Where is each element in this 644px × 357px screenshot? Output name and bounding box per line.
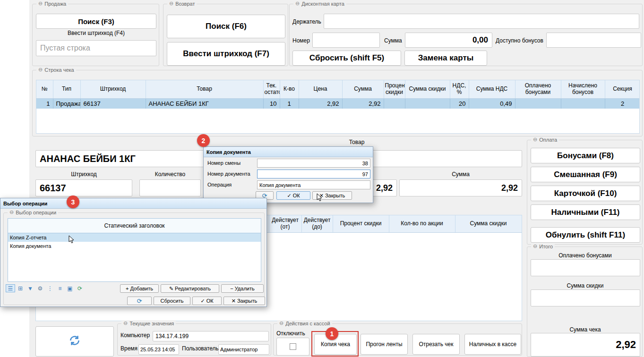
time-label: Время <box>120 345 137 352</box>
refund-panel: ⊖Возврат Поиск (F6) Ввести штрихкод (F7) <box>163 4 288 66</box>
cell-discount-pct[interactable] <box>384 98 405 109</box>
col-vat-pct: НДС, % <box>450 80 469 98</box>
copy-dialog-titlebar[interactable]: Копия документа <box>204 147 373 157</box>
pay-cash-button[interactable]: Наличными (F11) <box>531 204 640 220</box>
list-view-icon[interactable]: ☰ <box>6 284 15 292</box>
discount-sum-field[interactable] <box>531 289 640 306</box>
close-button-label: Закрыть <box>325 193 345 198</box>
sort-icon[interactable]: ≡ <box>55 284 65 292</box>
cell-number[interactable]: 1 <box>36 98 53 109</box>
doc-number-field[interactable] <box>257 170 370 178</box>
numbered-list-icon[interactable]: ⋮ <box>45 284 55 292</box>
operation-item-copy-document[interactable]: Копия документа <box>8 242 261 250</box>
operation-list-header[interactable]: Статический заголовок <box>8 219 261 233</box>
operation-reset-button[interactable]: Сбросить <box>154 297 190 305</box>
copy-document-dialog: Копия документа Номер смены Номер докуме… <box>203 146 373 203</box>
collapse-icon[interactable]: ⊖ <box>169 0 173 7</box>
cell-type[interactable]: Продажа <box>53 98 80 109</box>
pay-mixed-button[interactable]: Смешанная (F9) <box>531 167 640 182</box>
refund-search-button[interactable]: Поиск (F6) <box>167 15 285 38</box>
collapse-icon[interactable]: ⊖ <box>279 320 283 326</box>
pay-bonus-button[interactable]: Бонусами (F8) <box>531 148 640 163</box>
card-reset-button[interactable]: Сбросить (shift F5) <box>292 51 401 66</box>
cell-price[interactable]: 2,92 <box>299 98 342 109</box>
collapse-icon[interactable]: ⊖ <box>295 0 300 7</box>
collapse-icon[interactable]: ⊖ <box>533 243 537 249</box>
sale-barcode-input[interactable] <box>36 40 156 56</box>
cell-qty[interactable]: 1 <box>280 98 299 109</box>
cell-sum[interactable]: 2,92 <box>342 98 384 109</box>
cell-vat-sum[interactable]: 0,49 <box>469 98 515 109</box>
cash-in-drawer-button[interactable]: Наличных в кассе <box>464 334 521 355</box>
user-field[interactable] <box>218 344 269 355</box>
collapse-icon[interactable]: ⊖ <box>38 0 43 7</box>
pay-reset-button[interactable]: Обнулить (shift F11) <box>531 227 640 243</box>
filter-icon[interactable]: ▼ <box>26 284 35 292</box>
refund-barcode-button[interactable]: Ввести штрихкод (F7) <box>167 42 285 66</box>
shift-number-field[interactable] <box>257 159 370 168</box>
feed-tape-button[interactable]: Прогон ленты <box>361 334 408 355</box>
copy-dialog-ok-button[interactable]: ✓ОК <box>276 191 310 200</box>
operation-refresh-button[interactable]: ⟳ <box>127 297 152 305</box>
receipt-line-legend: ⊖Строка чека <box>36 67 76 73</box>
cell-vat-pct[interactable]: 20 <box>450 98 469 109</box>
product-barcode-field[interactable] <box>35 179 132 196</box>
card-number-input[interactable] <box>312 33 380 48</box>
paid-bonus-label: Оплачено бонусами <box>527 252 643 259</box>
collapse-icon[interactable]: ⊖ <box>533 136 537 143</box>
pay-card-button[interactable]: Карточкой (F10) <box>531 186 640 201</box>
product-section-label: Товар <box>331 139 383 145</box>
cell-accrued-bonus[interactable] <box>561 98 605 109</box>
sale-search-button[interactable]: Поиск (F3) <box>36 14 156 29</box>
cell-paid-bonus[interactable] <box>515 98 561 109</box>
current-values-panel: ⊖Текущие значения Компьютер Время Пользо… <box>117 323 271 356</box>
card-sum-input[interactable] <box>405 33 492 48</box>
card-replace-button[interactable]: Замена карты <box>404 51 487 66</box>
computer-field[interactable] <box>153 331 269 341</box>
operation-dialog-title: Выбор операции <box>3 201 47 206</box>
cell-section[interactable]: 2 <box>605 98 640 109</box>
product-sum-field[interactable] <box>399 179 522 196</box>
promo-col-discount-pct: Процент скидки <box>333 215 389 232</box>
collapse-icon[interactable]: ⊖ <box>123 320 128 326</box>
operation-item-copy-z-report[interactable]: Копия Z-отчета <box>8 233 261 242</box>
grid-view-icon[interactable]: ⊞ <box>16 284 25 292</box>
receipt-row[interactable]: 1 Продажа 66137 АНАНАС БЕЙБИ 1КГ 10 1 2,… <box>36 98 640 109</box>
check-icon: ✓ <box>287 193 291 199</box>
product-barcode-label: Штрихкод <box>35 171 132 178</box>
refresh-icon: ⟳ <box>137 298 142 305</box>
product-quantity-field[interactable] <box>139 179 201 196</box>
cell-discount-sum[interactable] <box>405 98 450 109</box>
disable-fr-checkbox[interactable] <box>290 343 296 350</box>
cell-barcode[interactable]: 66137 <box>80 98 146 109</box>
edit-button[interactable]: ✎Редактировать <box>161 284 219 293</box>
annotation-step-3: 3 <box>67 196 79 208</box>
loop-refresh-icon[interactable]: ⟳ <box>75 284 85 292</box>
gear-icon[interactable]: ⚙ <box>35 284 45 292</box>
operation-dialog-titlebar[interactable]: Выбор операции <box>0 198 266 209</box>
annotation-step-1: 1 <box>326 327 338 340</box>
available-bonus-input[interactable] <box>546 33 641 48</box>
add-button[interactable]: +Добавить <box>120 284 159 293</box>
time-field[interactable] <box>138 344 179 355</box>
cell-stock[interactable]: 10 <box>263 98 280 109</box>
sale-panel: ⊖Продажа Поиск (F3) Ввести штрихкод (F4) <box>32 4 159 66</box>
cell-product[interactable]: АНАНАС БЕЙБИ 1КГ <box>146 98 263 109</box>
receipt-table: № Тип Штрихкод Товар Тек. остаток К-во Ц… <box>36 80 640 109</box>
col-barcode: Штрихкод <box>80 80 146 98</box>
operation-ok-button[interactable]: ✓ОК <box>192 297 222 305</box>
col-sum: Сумма <box>342 80 384 98</box>
paid-bonus-field[interactable] <box>531 259 640 276</box>
promo-col-discount-sum: Сумма скидки <box>455 215 522 232</box>
operation-close-button[interactable]: ✕Закрыть <box>223 297 265 305</box>
cut-receipt-button[interactable]: Отрезать чек <box>412 334 460 355</box>
operation-field[interactable] <box>257 180 370 189</box>
collapse-icon[interactable]: ⊖ <box>38 67 43 73</box>
holder-input[interactable] <box>324 14 639 29</box>
refresh-button[interactable] <box>35 326 114 357</box>
export-icon[interactable]: ▣ <box>65 284 75 292</box>
delete-button[interactable]: −Удалить <box>221 284 264 293</box>
payment-title: Оплата <box>539 137 557 143</box>
collapse-icon[interactable]: ⊖ <box>9 209 14 215</box>
discount-card-title: Дисконтная карта <box>301 1 344 7</box>
